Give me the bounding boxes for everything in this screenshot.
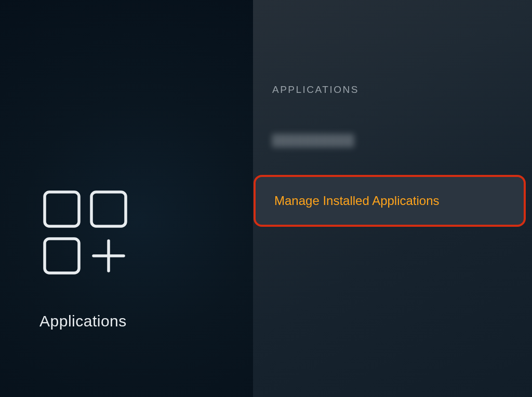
- svg-rect-2: [45, 239, 79, 273]
- settings-screen: Applications APPLICATIONS ▇▇▇▇▇▇▇ Manage…: [0, 0, 532, 397]
- category-panel: Applications: [0, 0, 253, 397]
- menu-item-manage-installed-applications[interactable]: Manage Installed Applications: [254, 175, 526, 227]
- applications-grid-icon: [43, 190, 131, 277]
- options-panel: APPLICATIONS ▇▇▇▇▇▇▇ Manage Installed Ap…: [253, 0, 532, 397]
- section-header: APPLICATIONS: [272, 84, 359, 95]
- svg-rect-1: [91, 192, 126, 226]
- menu-item-obscured[interactable]: ▇▇▇▇▇▇▇: [272, 134, 354, 147]
- svg-rect-0: [45, 192, 79, 226]
- category-title: Applications: [39, 312, 127, 330]
